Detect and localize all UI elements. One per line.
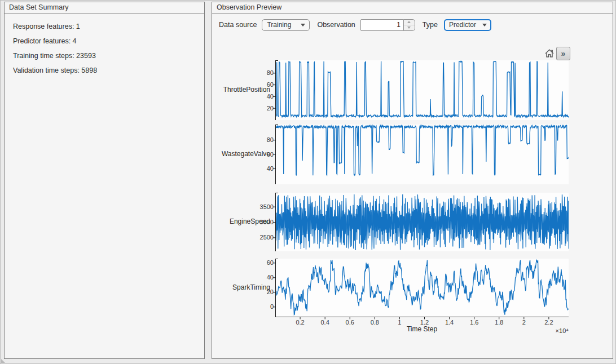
ytick-label: 0: [253, 303, 274, 310]
xtick-label: 0.2: [291, 319, 310, 326]
ytick-label: 40: [253, 274, 274, 281]
home-icon: [544, 48, 555, 59]
restore-view-button[interactable]: [544, 48, 555, 59]
xtick-label: 2.2: [539, 319, 558, 326]
ytick-label: 80: [253, 69, 274, 76]
data-set-summary-title: Data Set Summary: [5, 2, 204, 14]
type-value: Predictor: [449, 21, 476, 29]
x-axis-title: Time Step: [366, 325, 478, 333]
ytick-label: 40: [253, 165, 274, 172]
ytick-label: 40: [253, 93, 274, 100]
observation-spinner: [404, 19, 415, 31]
xtick-label: 1.8: [490, 319, 509, 326]
ytick-label: 3500: [253, 203, 274, 210]
summary-line-predictor-features: Predictor features: 4: [13, 34, 204, 48]
expand-toolbar-button[interactable]: »: [556, 47, 570, 60]
chevron-down-icon: [482, 24, 487, 26]
spinner-down-icon: [407, 26, 411, 29]
ytick-label: 60: [253, 259, 274, 266]
spinner-up-icon: [407, 21, 411, 23]
ytick-label: 60: [253, 81, 274, 88]
observation-controls-row: Data source Training Observation Type: [219, 18, 491, 32]
ytick-label: 2500: [253, 234, 274, 241]
subplot-wastegatevalve[interactable]: [275, 125, 569, 184]
type-dropdown[interactable]: Predictor: [444, 19, 491, 31]
subplot-throttleposition[interactable]: [275, 60, 569, 120]
observation-input[interactable]: [360, 19, 404, 31]
summary-line-training-steps: Training time steps: 23593: [13, 48, 204, 63]
ytick-label: 20: [253, 105, 274, 112]
ytick-label: 60: [253, 151, 274, 158]
spinner-down-button[interactable]: [404, 25, 415, 30]
spinner-up-button[interactable]: [404, 20, 415, 25]
resize-grip[interactable]: [1, 359, 5, 363]
data-set-summary-panel: Data Set Summary Response features: 1 Pr…: [4, 2, 205, 359]
xtick-label: 0.6: [340, 319, 359, 326]
data-source-dropdown[interactable]: Training: [262, 19, 310, 31]
type-label: Type: [423, 21, 438, 29]
ytick-label: 80: [253, 136, 274, 143]
data-source-value: Training: [267, 21, 291, 29]
xtick-label: 2: [514, 319, 534, 326]
data-source-label: Data source: [219, 21, 257, 29]
summary-line-validation-steps: Validation time steps: 5898: [13, 63, 204, 78]
ytick-label: 20: [253, 288, 274, 295]
xtick-label: 0.4: [315, 319, 335, 326]
double-chevron-right-icon: »: [561, 50, 566, 57]
summary-line-response-features: Response features: 1: [13, 19, 204, 34]
observation-preview-title: Observation Preview: [212, 2, 613, 14]
axes-toolbar: »: [544, 47, 570, 60]
ytick-label: 3000: [253, 219, 274, 225]
subplot-enginespeed[interactable]: [275, 193, 569, 251]
data-set-summary-body: Response features: 1 Predictor features:…: [5, 14, 204, 78]
x-scale-label: ×10⁴: [538, 327, 569, 334]
subplot-sparktiming[interactable]: [275, 259, 569, 317]
app-window: Data Set Summary Response features: 1 Pr…: [0, 0, 616, 364]
chevron-down-icon: [301, 24, 305, 26]
observation-label: Observation: [317, 21, 355, 29]
